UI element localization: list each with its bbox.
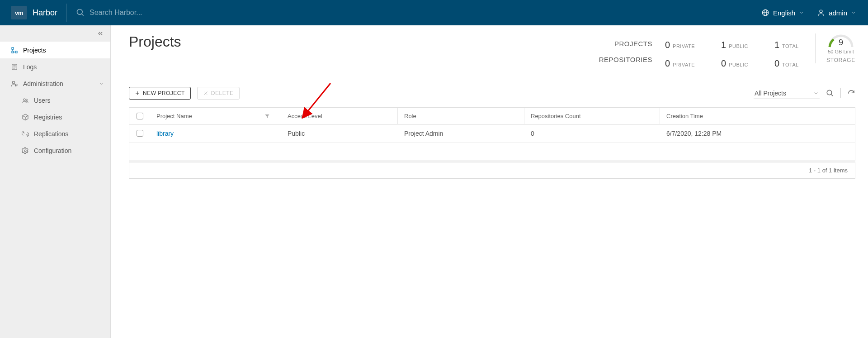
projects-filter-label: All Projects — [755, 90, 786, 97]
logs-icon — [11, 63, 18, 71]
row-creation-time: 6/7/2020, 12:28 PM — [660, 130, 855, 137]
title-row: Projects PROJECTS REPOSITORIES 0PRIVATE … — [129, 33, 855, 69]
close-icon — [203, 90, 208, 96]
sidebar-item-projects[interactable]: Projects — [0, 42, 110, 58]
stat-col-total: 1TOTAL 0TOTAL — [774, 40, 799, 69]
svg-rect-8 — [15, 51, 17, 53]
search-wrap — [76, 8, 761, 17]
metric-projects-private: 0PRIVATE — [665, 40, 695, 50]
vmware-logo: vm — [11, 6, 27, 19]
stat-label-repos: REPOSITORIES — [599, 56, 652, 63]
table-footer: 1 - 1 of 1 items — [129, 162, 855, 179]
new-project-button[interactable]: NEW PROJECT — [129, 87, 191, 100]
summary-stats: PROJECTS REPOSITORIES 0PRIVATE 0PRIVATE … — [599, 33, 855, 69]
projects-filter-select[interactable]: All Projects — [754, 88, 820, 99]
refresh-icon[interactable] — [847, 89, 855, 97]
search-icon[interactable] — [826, 89, 834, 97]
projects-table: Project Name Access Level Role Repositor… — [129, 107, 855, 161]
projects-icon — [11, 47, 18, 54]
chevron-down-icon — [99, 81, 104, 86]
header-left: vm Harbor — [0, 0, 57, 25]
svg-rect-6 — [12, 48, 14, 49]
user-menu[interactable]: admin — [817, 9, 856, 17]
header-right: English admin — [761, 9, 868, 17]
header-access-level[interactable]: Access Level — [281, 108, 398, 124]
metric-repos-total: 0TOTAL — [774, 58, 799, 69]
stat-col-private: 0PRIVATE 0PRIVATE — [665, 40, 695, 69]
svg-rect-7 — [12, 51, 14, 53]
table-blank-row — [129, 143, 855, 161]
header-project-name[interactable]: Project Name — [150, 108, 281, 124]
toolbar: NEW PROJECT DELETE All Projects — [129, 87, 855, 100]
admin-icon — [11, 80, 18, 87]
replications-icon — [22, 130, 29, 138]
header-divider — [66, 4, 67, 22]
table-header: Project Name Access Level Role Repositor… — [129, 107, 855, 124]
gear-icon — [22, 147, 29, 154]
table-row: library Public Project Admin 0 6/7/2020,… — [129, 124, 855, 143]
sidebar-collapse-row — [0, 25, 110, 42]
plus-icon — [135, 90, 140, 96]
user-label: admin — [829, 9, 847, 17]
pagination-summary: 1 - 1 of 1 items — [809, 167, 848, 174]
row-role: Project Admin — [398, 130, 524, 137]
sidebar-item-label: Registries — [34, 114, 62, 121]
new-project-label: NEW PROJECT — [143, 90, 185, 96]
header-creation-time[interactable]: Creation Time — [660, 113, 855, 119]
page-title: Projects — [129, 33, 181, 50]
storage-block: 9 50 GB Limit STORAGE — [815, 33, 855, 63]
app-header: vm Harbor English admin — [0, 0, 868, 25]
sidebar-item-label: Administration — [23, 80, 63, 87]
svg-point-5 — [820, 10, 822, 13]
language-label: English — [773, 9, 795, 17]
shell: Projects Logs Administration Users — [0, 25, 868, 338]
svg-point-15 — [12, 81, 14, 83]
sidebar-item-replications[interactable]: Replications — [0, 125, 110, 142]
header-checkbox-cell — [129, 113, 150, 119]
metric-repos-public: 0PUBLIC — [721, 58, 748, 69]
storage-label: STORAGE — [826, 57, 855, 63]
chevron-down-icon — [851, 10, 856, 15]
chevron-down-icon — [813, 90, 819, 96]
svg-point-24 — [827, 90, 832, 95]
stat-label-projects: PROJECTS — [599, 40, 652, 48]
search-icon — [76, 8, 85, 17]
language-selector[interactable]: English — [761, 9, 804, 17]
project-link[interactable]: library — [156, 130, 174, 137]
search-input[interactable] — [90, 9, 270, 17]
sidebar-item-label: Logs — [23, 63, 37, 71]
header-repositories-count[interactable]: Repositories Count — [524, 108, 660, 124]
toolbar-right: All Projects — [754, 88, 855, 99]
divider — [840, 88, 841, 98]
stat-col-public: 1PUBLIC 0PUBLIC — [721, 40, 748, 69]
user-icon — [817, 9, 825, 17]
sidebar-item-users[interactable]: Users — [0, 92, 110, 109]
metric-projects-total: 1TOTAL — [774, 40, 799, 50]
sidebar-item-registries[interactable]: Registries — [0, 109, 110, 125]
filter-icon[interactable] — [264, 114, 270, 119]
brand-name: Harbor — [33, 8, 57, 18]
svg-point-18 — [26, 99, 27, 100]
sidebar-item-label: Projects — [23, 47, 46, 54]
sidebar-item-label: Replications — [34, 130, 68, 138]
delete-label: DELETE — [211, 90, 234, 96]
main-area: Projects PROJECTS REPOSITORIES 0PRIVATE … — [111, 25, 868, 338]
storage-value: 9 — [827, 38, 854, 48]
chevron-double-left-icon[interactable] — [97, 30, 104, 37]
delete-button: DELETE — [197, 87, 240, 100]
header-role[interactable]: Role — [398, 108, 524, 124]
stat-labels: PROJECTS REPOSITORIES — [599, 33, 665, 63]
users-icon — [22, 97, 29, 104]
sidebar-item-administration[interactable]: Administration — [0, 75, 110, 92]
row-checkbox-cell — [129, 130, 150, 137]
storage-limit: 50 GB Limit — [826, 49, 855, 54]
metric-repos-private: 0PRIVATE — [665, 58, 695, 69]
sidebar-item-configuration[interactable]: Configuration — [0, 142, 110, 159]
sidebar-item-logs[interactable]: Logs — [0, 58, 110, 75]
svg-point-0 — [77, 10, 83, 15]
select-all-checkbox[interactable] — [137, 113, 143, 119]
row-checkbox[interactable] — [137, 130, 143, 137]
registries-icon — [22, 114, 29, 121]
sidebar: Projects Logs Administration Users — [0, 25, 111, 338]
row-project-name: library — [150, 130, 281, 137]
